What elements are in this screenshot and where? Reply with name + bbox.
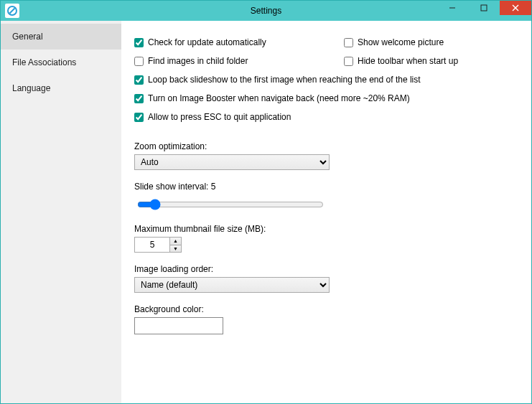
check-update-row[interactable]: Check for update automatically [134, 34, 344, 51]
hide-toolbar-label: Hide toolbar when start up [358, 56, 458, 66]
sidebar: General File Associations Language [1, 21, 121, 403]
sidebar-item-language[interactable]: Language [1, 75, 121, 101]
show-welcome-row[interactable]: Show welcome picture [344, 34, 518, 51]
slideshow-slider[interactable] [137, 199, 324, 210]
svg-rect-3 [481, 5, 487, 11]
thumb-size-down[interactable]: ▼ [170, 245, 181, 253]
bgcolor-label: Background color: [134, 304, 518, 314]
thumb-size-input[interactable] [134, 237, 170, 253]
zoom-select[interactable]: Auto [134, 154, 330, 170]
image-booster-label: Turn on Image Booster when navigate back… [148, 93, 410, 103]
minimize-button[interactable] [437, 1, 468, 15]
image-booster-row[interactable]: Turn on Image Booster when navigate back… [134, 90, 518, 107]
sidebar-item-general[interactable]: General [1, 24, 121, 50]
order-select[interactable]: Name (default) [134, 277, 330, 293]
bgcolor-picker[interactable] [134, 317, 223, 334]
titlebar: Settings [1, 1, 531, 21]
hide-toolbar-row[interactable]: Hide toolbar when start up [344, 52, 518, 70]
thumb-size-up[interactable]: ▲ [170, 238, 181, 245]
esc-quit-row[interactable]: Allow to press ESC to quit application [134, 108, 518, 126]
find-child-checkbox[interactable] [134, 57, 144, 66]
hide-toolbar-checkbox[interactable] [344, 57, 353, 66]
show-welcome-checkbox[interactable] [344, 38, 353, 47]
show-welcome-label: Show welcome picture [358, 37, 444, 47]
find-child-label: Find images in child folder [148, 56, 248, 66]
check-update-checkbox[interactable] [134, 38, 144, 47]
slideshow-label: Slide show interval: 5 [134, 182, 518, 192]
image-booster-checkbox[interactable] [134, 94, 144, 103]
find-child-row[interactable]: Find images in child folder [134, 52, 344, 70]
maximize-button[interactable] [468, 1, 500, 15]
loop-slideshow-label: Loop back slideshow to the first image w… [148, 75, 421, 85]
svg-line-1 [10, 9, 15, 14]
close-button[interactable] [500, 1, 531, 15]
window-buttons [437, 1, 531, 15]
zoom-label: Zoom optimization: [134, 141, 518, 151]
check-update-label: Check for update automatically [148, 37, 266, 47]
main-panel: Check for update automatically Find imag… [121, 21, 531, 403]
esc-quit-label: Allow to press ESC to quit application [148, 112, 291, 122]
thumb-label: Maximum thumbnail file size (MB): [134, 224, 518, 234]
loop-slideshow-row[interactable]: Loop back slideshow to the first image w… [134, 71, 518, 88]
loop-slideshow-checkbox[interactable] [134, 75, 144, 85]
sidebar-item-file-associations[interactable]: File Associations [1, 50, 121, 75]
order-label: Image loading order: [134, 264, 518, 274]
esc-quit-checkbox[interactable] [134, 113, 144, 122]
window-title: Settings [251, 6, 281, 16]
app-icon [5, 4, 19, 18]
content: General File Associations Language Check… [1, 21, 531, 403]
